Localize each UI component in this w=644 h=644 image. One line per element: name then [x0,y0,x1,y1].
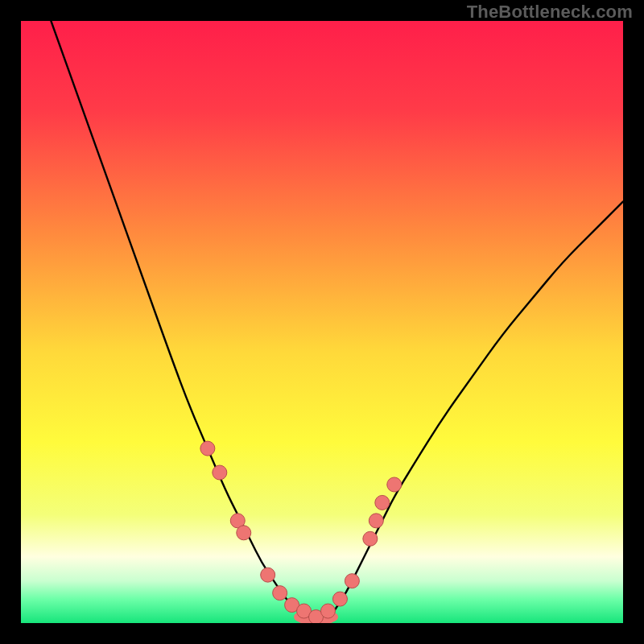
series-left_branch [51,21,322,623]
marker-point [320,604,335,618]
marker-point [375,495,390,510]
marker-point [273,586,287,601]
plot-area [21,21,623,623]
series-right_branch [334,201,623,611]
marker-point [363,531,378,546]
marker-point [387,477,402,492]
marker-point [237,526,251,540]
marker-point [369,514,383,528]
chart-frame: TheBottleneck.com [0,0,644,644]
marker-point [200,441,215,456]
marker-point [213,465,227,480]
watermark-label: TheBottleneck.com [467,2,633,23]
marker-point [261,568,275,582]
curve-layer [21,21,623,623]
marker-point [345,574,359,588]
marker-point [332,592,347,606]
